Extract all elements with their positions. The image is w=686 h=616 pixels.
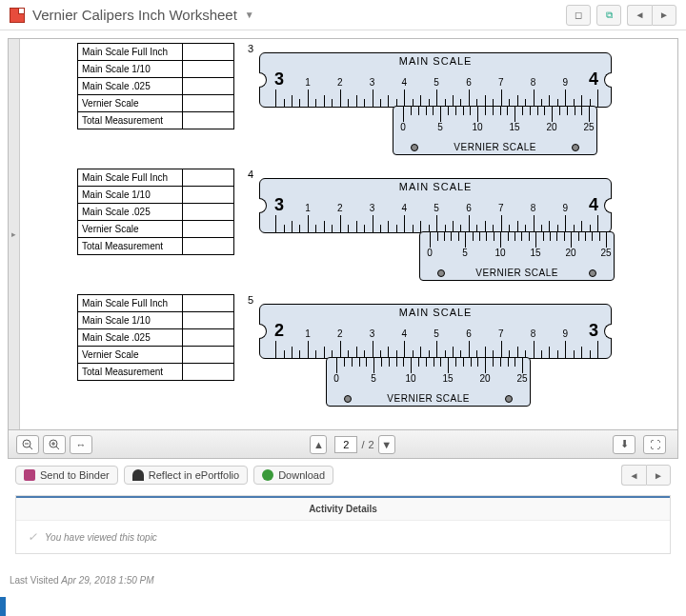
popout-button[interactable]: ⧉ [596, 5, 621, 26]
problem-row: Main Scale Full InchMain Scale 1/10Main … [77, 43, 658, 157]
blue-strip [0, 597, 6, 605]
measurement-table: Main Scale Full InchMain Scale 1/10Main … [77, 294, 234, 381]
pdf-icon [10, 8, 25, 23]
page-separator: / [361, 439, 364, 450]
svg-line-4 [56, 447, 59, 449]
actions-row: Send to Binder Reflect in ePortfolio Dow… [8, 459, 678, 491]
problem-number: 3 [248, 43, 253, 54]
page-total: 2 [368, 439, 373, 450]
download-button[interactable]: Download [253, 466, 333, 485]
table-row-label: Total Measurement [78, 364, 183, 381]
table-row-value[interactable] [182, 95, 233, 112]
problem-number: 5 [248, 294, 253, 306]
page-header: Vernier Calipers Inch Worksheet ▼ ◻ ⧉ ◄ … [0, 0, 686, 30]
main-scale-label: MAIN SCALE [260, 181, 611, 192]
cloud-icon [132, 469, 144, 481]
page-number-input[interactable] [334, 436, 357, 453]
table-row-label: Main Scale Full Inch [78, 44, 183, 61]
title-dropdown[interactable]: ▼ [245, 10, 254, 20]
fit-width-button[interactable]: ↔ [70, 435, 92, 454]
page-controls: ▲ / 2 ▼ [310, 435, 398, 454]
main-scale-label: MAIN SCALE [260, 307, 611, 318]
binder-label: Send to Binder [40, 469, 110, 481]
table-row-value[interactable] [182, 312, 233, 329]
table-row-label: Main Scale 1/10 [78, 312, 183, 329]
table-row-value[interactable] [182, 295, 233, 312]
details-heading: Activity Details [16, 498, 670, 521]
table-row-label: Main Scale .025 [78, 78, 183, 95]
problem-row: Main Scale Full InchMain Scale 1/10Main … [77, 169, 658, 283]
sidebar-toggle[interactable]: ▸ [9, 39, 20, 429]
table-row-label: Main Scale .025 [78, 204, 183, 221]
download-icon [262, 469, 273, 481]
vernier-scale-label: VERNIER SCALE [327, 393, 530, 404]
table-row-label: Main Scale 1/10 [78, 187, 183, 204]
download-label: Download [278, 469, 325, 481]
table-row-label: Vernier Scale [78, 95, 183, 112]
problem-row: Main Scale Full InchMain Scale 1/10Main … [77, 294, 658, 408]
svg-line-1 [30, 447, 32, 449]
activity-details: Activity Details ✓ You have viewed this … [15, 495, 671, 554]
table-row-label: Vernier Scale [78, 347, 183, 364]
vernier-scale-label: VERNIER SCALE [420, 268, 614, 278]
last-visited-label: Last Visited [10, 575, 59, 586]
table-row-label: Main Scale 1/10 [78, 61, 183, 78]
page-down-button[interactable]: ▼ [378, 435, 395, 454]
reflect-eportfolio-button[interactable]: Reflect in ePortfolio [124, 466, 248, 485]
fullscreen-button[interactable]: ⛶ [643, 435, 666, 454]
table-row-label: Total Measurement [78, 112, 183, 129]
caliper-diagram: MAIN SCALE34123456789VERNIER SCALE051015… [259, 169, 612, 283]
table-row-value[interactable] [182, 112, 233, 129]
last-visited-ts: Apr 29, 2018 1:50 PM [61, 575, 153, 586]
table-row-value[interactable] [182, 187, 233, 204]
table-row-value[interactable] [182, 61, 233, 78]
problem-number: 4 [248, 169, 253, 180]
table-row-label: Vernier Scale [78, 221, 183, 238]
zoom-in-button[interactable] [43, 435, 66, 454]
footer: Last Visited Apr 29, 2018 1:50 PM [0, 569, 686, 605]
table-row-label: Main Scale Full Inch [78, 295, 183, 312]
viewer-toolbar: ↔ ▲ / 2 ▼ ⬇ ⛶ [9, 429, 677, 458]
zoom-out-button[interactable] [16, 435, 39, 454]
page-title: Vernier Calipers Inch Worksheet [32, 7, 237, 23]
header-buttons: ◻ ⧉ ◄ ► [566, 5, 676, 26]
caliper-diagram: MAIN SCALE34123456789VERNIER SCALE051015… [259, 43, 612, 157]
check-icon: ✓ [28, 530, 37, 544]
table-row-label: Main Scale Full Inch [78, 169, 183, 187]
pdf-viewer: ▸ Main Scale Full InchMain Scale 1/10Mai… [8, 38, 678, 459]
caliper-diagram: MAIN SCALE23123456789VERNIER SCALE051015… [259, 294, 612, 408]
send-to-binder-button[interactable]: Send to Binder [15, 466, 118, 485]
table-row-label: Total Measurement [78, 238, 183, 255]
table-row-value[interactable] [182, 78, 233, 95]
prev-topic-button[interactable]: ◄ [627, 5, 652, 26]
next-button[interactable]: ► [646, 465, 671, 486]
measurement-table: Main Scale Full InchMain Scale 1/10Main … [77, 169, 234, 255]
table-row-value[interactable] [182, 329, 233, 347]
measurement-table: Main Scale Full InchMain Scale 1/10Main … [77, 43, 234, 129]
table-row-label: Main Scale .025 [78, 329, 183, 347]
page-up-button[interactable]: ▲ [310, 435, 327, 454]
vernier-scale-label: VERNIER SCALE [393, 142, 596, 152]
table-row-value[interactable] [182, 44, 233, 61]
bookmark-button[interactable]: ◻ [566, 5, 591, 26]
table-row-value[interactable] [182, 238, 233, 255]
table-row-value[interactable] [182, 364, 233, 381]
viewed-text: You have viewed this topic [45, 532, 157, 543]
reflect-label: Reflect in ePortfolio [149, 469, 239, 481]
binder-icon [24, 469, 35, 481]
download-pdf-button[interactable]: ⬇ [613, 435, 636, 454]
table-row-value[interactable] [182, 221, 233, 238]
main-scale-label: MAIN SCALE [260, 55, 611, 67]
table-row-value[interactable] [182, 204, 233, 221]
document-area[interactable]: ▸ Main Scale Full InchMain Scale 1/10Mai… [9, 39, 677, 429]
table-row-value[interactable] [182, 169, 233, 187]
prev-button[interactable]: ◄ [621, 465, 646, 486]
table-row-value[interactable] [182, 347, 233, 364]
next-topic-button[interactable]: ► [652, 5, 676, 26]
